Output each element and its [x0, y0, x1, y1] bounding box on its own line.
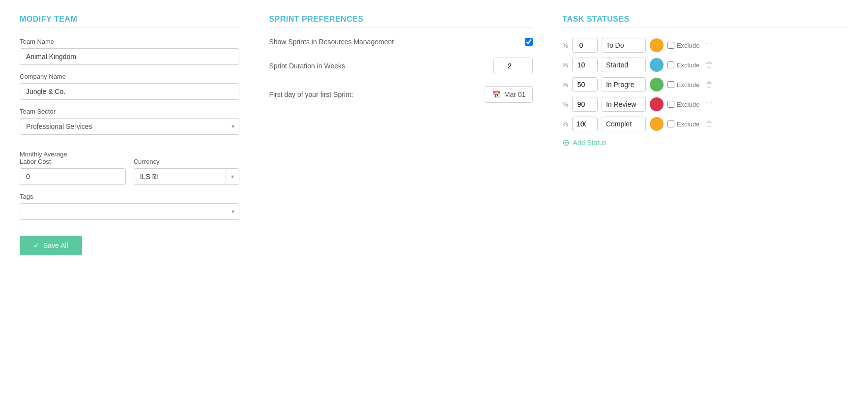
labor-cost-input[interactable]	[20, 168, 126, 185]
exclude-wrap: Exclude	[667, 42, 699, 49]
modify-team-divider	[20, 28, 239, 28]
exclude-wrap: Exclude	[667, 101, 699, 108]
labor-cost-group: Monthly Average Labor Cost	[20, 143, 126, 185]
show-sprints-checkbox[interactable]	[525, 38, 533, 46]
percent-input[interactable]	[572, 117, 598, 131]
delete-icon[interactable]: 🗑	[703, 79, 715, 90]
exclude-label: Exclude	[677, 42, 699, 49]
percent-symbol: %	[562, 121, 568, 128]
sprint-duration-row: Sprint Duration in Weeks	[269, 58, 533, 74]
exclude-checkbox[interactable]	[667, 101, 674, 108]
exclude-checkbox[interactable]	[667, 42, 674, 49]
add-circle-icon: ⊕	[562, 138, 570, 147]
team-sector-label: Team Sector	[20, 108, 239, 115]
status-row: % Exclude 🗑	[562, 97, 848, 112]
status-row: % Exclude 🗑	[562, 77, 848, 92]
team-name-label: Team Name	[20, 38, 239, 45]
save-all-label: Save All	[43, 242, 68, 249]
tags-select[interactable]	[20, 203, 239, 220]
team-name-input[interactable]	[20, 48, 239, 65]
status-name-input[interactable]	[602, 77, 646, 92]
currency-chevron-icon[interactable]: ▾	[226, 169, 239, 184]
status-name-input[interactable]	[602, 117, 646, 131]
exclude-wrap: Exclude	[667, 81, 699, 89]
sprint-divider	[269, 28, 533, 28]
percent-input[interactable]	[572, 58, 598, 72]
exclude-label: Exclude	[677, 81, 699, 89]
currency-wrapper: ILS ₪ ▾	[134, 168, 240, 185]
task-statuses-title: TASK STATUSES	[562, 15, 848, 24]
company-name-input[interactable]	[20, 83, 239, 100]
tags-label: Tags	[20, 193, 239, 200]
currency-group: Currency ILS ₪ ▾	[134, 150, 240, 185]
task-statuses-section: TASK STATUSES % Exclude 🗑 % Exclude 🗑 %	[562, 15, 848, 255]
percent-symbol: %	[562, 61, 568, 69]
currency-value: ILS ₪	[134, 169, 226, 184]
percent-symbol: %	[562, 42, 568, 49]
color-dot[interactable]	[650, 58, 664, 72]
first-day-value: Mar 01	[504, 91, 526, 98]
delete-icon[interactable]: 🗑	[703, 60, 715, 70]
exclude-checkbox[interactable]	[667, 81, 674, 88]
percent-symbol: %	[562, 101, 568, 108]
exclude-checkbox[interactable]	[667, 61, 674, 68]
status-name-input[interactable]	[602, 58, 646, 72]
labor-cost-label: Monthly Average Labor Cost	[20, 151, 126, 165]
percent-input[interactable]	[572, 38, 598, 53]
exclude-label: Exclude	[677, 101, 699, 108]
calendar-icon: 📅	[492, 91, 500, 98]
company-name-label: Company Name	[20, 73, 239, 80]
tags-select-wrapper: ▾	[20, 203, 239, 220]
percent-input[interactable]	[572, 97, 598, 112]
color-dot[interactable]	[650, 117, 664, 131]
add-status-label: Add Status	[573, 139, 607, 147]
first-day-date-button[interactable]: 📅 Mar 01	[485, 86, 533, 103]
currency-label: Currency	[134, 158, 240, 165]
sprint-preferences-section: SPRINT PREFERENCES Show Sprints in Resou…	[269, 15, 533, 255]
sprint-duration-label: Sprint Duration in Weeks	[269, 62, 345, 70]
status-name-input[interactable]	[602, 97, 646, 112]
modify-team-title: MODIFY TEAM	[20, 15, 239, 24]
exclude-checkbox[interactable]	[667, 121, 674, 127]
team-sector-select[interactable]: Professional Services Technology Finance…	[20, 118, 239, 135]
sprint-preferences-title: SPRINT PREFERENCES	[269, 15, 533, 24]
status-name-input[interactable]	[602, 38, 646, 53]
show-sprints-label: Show Sprints in Resources Management	[269, 38, 394, 46]
status-row: % Exclude 🗑	[562, 38, 848, 53]
color-dot[interactable]	[650, 78, 664, 91]
delete-icon[interactable]: 🗑	[703, 119, 715, 129]
status-row: % Exclude 🗑	[562, 58, 848, 72]
exclude-label: Exclude	[677, 121, 699, 128]
exclude-label: Exclude	[677, 61, 699, 69]
first-day-row: First day of your first Sprint: 📅 Mar 01	[269, 86, 533, 103]
delete-icon[interactable]: 🗑	[703, 40, 715, 51]
checkmark-icon: ✓	[33, 242, 39, 249]
save-all-button[interactable]: ✓ Save All	[20, 236, 82, 255]
first-day-label: First day of your first Sprint:	[269, 91, 353, 98]
show-sprints-row: Show Sprints in Resources Management	[269, 38, 533, 46]
exclude-wrap: Exclude	[667, 61, 699, 69]
modify-team-section: MODIFY TEAM Team Name Company Name Team …	[20, 15, 239, 255]
status-row: % Exclude 🗑	[562, 117, 848, 131]
exclude-wrap: Exclude	[667, 121, 699, 128]
color-dot[interactable]	[650, 97, 664, 111]
add-status-button[interactable]: ⊕ Add Status	[562, 138, 607, 147]
status-rows-container: % Exclude 🗑 % Exclude 🗑 %	[562, 38, 848, 131]
sprint-duration-input[interactable]	[493, 58, 533, 74]
team-sector-select-wrapper: Professional Services Technology Finance…	[20, 118, 239, 135]
delete-icon[interactable]: 🗑	[703, 99, 715, 110]
color-dot[interactable]	[650, 38, 664, 52]
percent-symbol: %	[562, 81, 568, 89]
task-statuses-divider	[562, 28, 848, 28]
percent-input[interactable]	[572, 77, 598, 92]
